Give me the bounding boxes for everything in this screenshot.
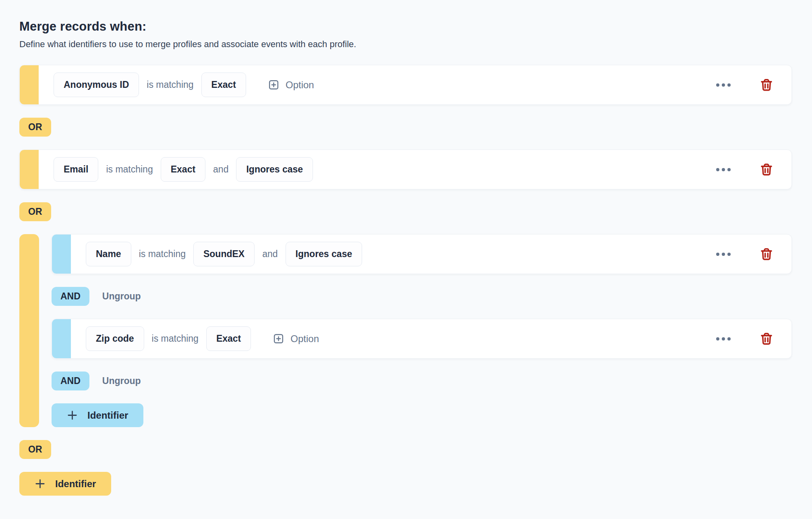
trash-icon	[759, 78, 774, 92]
group-content: Name is matching SoundEX and Ignores cas…	[52, 234, 792, 427]
ungroup-button[interactable]: Ungroup	[102, 291, 141, 302]
more-options-button[interactable]	[713, 334, 734, 344]
plus-square-icon	[267, 79, 280, 91]
rule-body: Name is matching SoundEX and Ignores cas…	[71, 235, 791, 274]
delete-rule-button[interactable]	[759, 78, 774, 92]
conjunction-label: and	[262, 249, 278, 260]
delete-rule-button[interactable]	[759, 162, 774, 177]
modifier-chip[interactable]: Ignores case	[286, 242, 362, 266]
rule-accent-bar	[52, 235, 71, 274]
add-option-label: Option	[290, 333, 319, 345]
add-identifier-label: Identifier	[55, 478, 96, 490]
identifier-chip[interactable]: Anonymous ID	[54, 73, 139, 97]
or-connector-badge[interactable]: OR	[19, 202, 51, 221]
rule-accent-bar	[52, 319, 71, 358]
conjunction-label: and	[213, 164, 228, 175]
match-type-chip[interactable]: Exact	[206, 326, 251, 351]
and-connector-badge[interactable]: AND	[52, 372, 89, 390]
delete-rule-button[interactable]	[759, 247, 774, 262]
add-option-label: Option	[286, 79, 314, 91]
and-connector-row: AND Ungroup	[52, 287, 141, 306]
add-identifier-button[interactable]: Identifier	[19, 472, 111, 496]
operator-label: is matching	[106, 164, 153, 175]
rule-body: Anonymous ID is matching Exact Option	[39, 65, 791, 104]
plus-icon	[34, 477, 46, 490]
and-connector-badge[interactable]: AND	[52, 287, 89, 306]
rule-body: Email is matching Exact and Ignores case	[39, 150, 791, 189]
more-options-icon	[716, 253, 719, 256]
trash-icon	[759, 332, 774, 346]
rule-builder: Anonymous ID is matching Exact Option	[19, 65, 792, 496]
rule-row-name: Name is matching SoundEX and Ignores cas…	[52, 234, 792, 274]
add-option-button[interactable]: Option	[267, 79, 314, 91]
group-accent-bar	[19, 234, 39, 427]
identifier-chip[interactable]: Zip code	[86, 326, 144, 351]
add-identifier-in-group-button[interactable]: Identifier	[52, 403, 143, 427]
more-options-icon	[716, 168, 719, 171]
rule-row-anonymous-id: Anonymous ID is matching Exact Option	[19, 65, 792, 105]
more-options-button[interactable]	[713, 80, 734, 90]
match-type-chip[interactable]: SoundEX	[193, 242, 255, 266]
add-option-button[interactable]: Option	[272, 332, 319, 345]
trash-icon	[759, 247, 774, 262]
merge-settings-page: Merge records when: Define what identifi…	[0, 0, 812, 496]
rule-group: Name is matching SoundEX and Ignores cas…	[19, 234, 792, 427]
plus-square-icon	[272, 332, 285, 345]
operator-label: is matching	[139, 249, 186, 260]
or-connector-badge[interactable]: OR	[19, 118, 51, 137]
operator-label: is matching	[152, 333, 199, 344]
rule-row-email: Email is matching Exact and Ignores case	[19, 149, 792, 189]
page-subtitle: Define what identifiers to use to merge …	[19, 39, 792, 50]
more-options-icon	[716, 337, 719, 340]
rule-accent-bar	[20, 150, 39, 189]
or-connector-badge[interactable]: OR	[19, 440, 51, 459]
page-title: Merge records when:	[19, 19, 792, 34]
ungroup-button[interactable]: Ungroup	[102, 376, 141, 386]
more-options-button[interactable]	[713, 165, 734, 174]
match-type-chip[interactable]: Exact	[161, 157, 205, 182]
operator-label: is matching	[147, 79, 193, 90]
more-options-button[interactable]	[713, 249, 734, 259]
identifier-chip[interactable]: Name	[86, 242, 131, 266]
match-type-chip[interactable]: Exact	[201, 73, 246, 97]
add-identifier-label: Identifier	[87, 410, 128, 421]
modifier-chip[interactable]: Ignores case	[236, 157, 313, 182]
delete-rule-button[interactable]	[759, 332, 774, 346]
and-connector-row: AND Ungroup	[52, 372, 141, 390]
identifier-chip[interactable]: Email	[54, 157, 98, 182]
rule-body: Zip code is matching Exact Option	[71, 319, 791, 358]
rule-row-zip-code: Zip code is matching Exact Option	[52, 319, 792, 359]
rule-accent-bar	[20, 65, 39, 104]
trash-icon	[759, 162, 774, 177]
plus-icon	[66, 409, 79, 421]
more-options-icon	[716, 83, 719, 87]
